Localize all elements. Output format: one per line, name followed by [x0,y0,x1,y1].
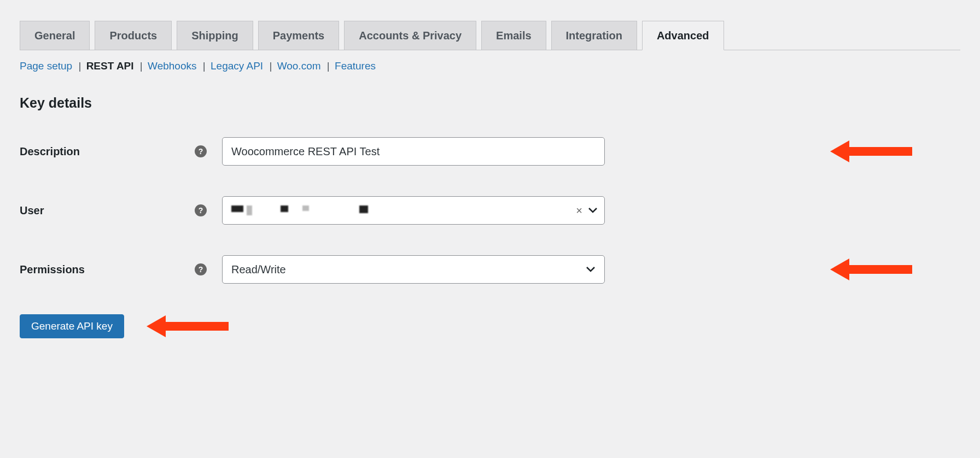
subnav-webhooks[interactable]: Webhooks [148,60,196,72]
help-icon[interactable]: ? [195,204,207,216]
row-description: Description ? [20,137,960,166]
annotation-arrow [147,313,229,340]
annotation-arrow [830,138,912,165]
subnav-legacy-api[interactable]: Legacy API [211,60,263,72]
row-permissions: Permissions ? Read/Write [20,255,960,284]
svg-marker-1 [830,259,912,280]
help-icon[interactable]: ? [195,145,207,157]
settings-tabs: General Products Shipping Payments Accou… [20,11,960,50]
advanced-subnav: Page setup | REST API | Webhooks | Legac… [20,60,960,72]
subnav-page-setup[interactable]: Page setup [20,60,72,72]
tab-accounts-privacy[interactable]: Accounts & Privacy [344,21,476,50]
separator: | [203,60,206,72]
subnav-features[interactable]: Features [335,60,376,72]
subnav-rest-api[interactable]: REST API [86,60,134,72]
separator: | [78,60,81,72]
permissions-value: Read/Write [231,263,286,276]
user-value-redacted [231,205,368,215]
svg-marker-0 [830,140,912,162]
separator: | [327,60,330,72]
label-user: User [20,204,44,217]
separator: | [269,60,272,72]
tab-general[interactable]: General [20,21,90,50]
label-description: Description [20,145,80,158]
generate-api-key-button[interactable]: Generate API key [20,314,124,338]
chevron-down-icon [586,266,596,273]
subnav-woo-com[interactable]: Woo.com [277,60,321,72]
submit-row: Generate API key [20,314,960,338]
label-permissions: Permissions [20,263,85,276]
clear-user-icon[interactable]: × [576,204,582,217]
annotation-arrow [830,256,912,283]
user-select[interactable]: × [222,196,605,225]
permissions-select[interactable]: Read/Write [222,255,605,284]
help-icon[interactable]: ? [195,263,207,275]
svg-marker-2 [147,315,229,337]
section-title: Key details [20,95,960,111]
separator: | [140,60,143,72]
tab-products[interactable]: Products [95,21,172,50]
row-user: User ? × [20,196,960,225]
chevron-down-icon [588,207,598,214]
tab-payments[interactable]: Payments [258,21,340,50]
tab-advanced[interactable]: Advanced [642,21,724,50]
tab-emails[interactable]: Emails [481,21,546,50]
tab-shipping[interactable]: Shipping [177,21,253,50]
tab-integration[interactable]: Integration [551,21,637,50]
description-input[interactable] [222,137,605,166]
